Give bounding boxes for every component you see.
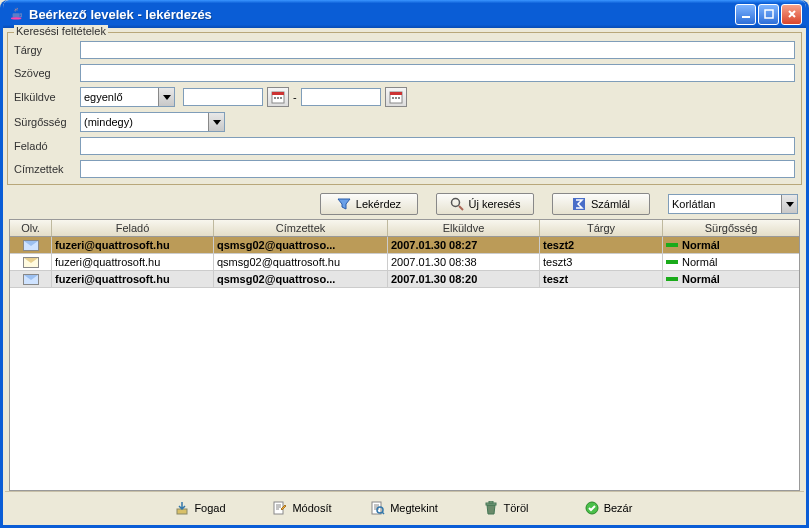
calendar-icon bbox=[389, 90, 403, 104]
maximize-button[interactable] bbox=[758, 4, 779, 25]
window-buttons bbox=[735, 4, 802, 25]
input-cimzettek[interactable] bbox=[80, 160, 795, 178]
bezar-button[interactable]: Bezár bbox=[564, 501, 654, 515]
svg-rect-11 bbox=[392, 97, 394, 99]
cell-cimzettek: qsmsg02@quattrosoft.hu bbox=[214, 254, 388, 270]
szamlal-button[interactable]: Számlál bbox=[552, 193, 650, 215]
label-targy: Tárgy bbox=[14, 44, 80, 56]
label-szoveg: Szöveg bbox=[14, 67, 80, 79]
window-title: Beérkező levelek - lekérdezés bbox=[29, 7, 735, 22]
envelope-closed-icon bbox=[23, 274, 39, 285]
svg-rect-21 bbox=[489, 501, 493, 503]
svg-rect-10 bbox=[390, 92, 402, 95]
chevron-down-icon bbox=[781, 195, 797, 213]
trash-icon bbox=[484, 501, 498, 515]
surgosseg-combo[interactable]: (mindegy) bbox=[80, 112, 225, 132]
svg-point-1 bbox=[11, 17, 22, 19]
envelope-closed-icon bbox=[23, 240, 39, 251]
svg-rect-6 bbox=[274, 97, 276, 99]
fieldset-legend: Keresési feltételek bbox=[14, 25, 108, 37]
limit-combo[interactable]: Korlátlan bbox=[668, 194, 798, 214]
input-targy[interactable] bbox=[80, 41, 795, 59]
calendar1-button[interactable] bbox=[267, 87, 289, 107]
limit-value: Korlátlan bbox=[672, 198, 715, 210]
sigma-icon bbox=[572, 197, 586, 211]
lekerdez-button[interactable]: Lekérdez bbox=[320, 193, 418, 215]
cell-olv bbox=[10, 237, 52, 253]
date-separator: - bbox=[293, 91, 297, 103]
compare-combo[interactable]: egyenlő bbox=[80, 87, 175, 107]
table-row[interactable]: fuzeri@quattrosoft.hu qsmsg02@quattrosof… bbox=[10, 254, 799, 271]
priority-normal-icon bbox=[666, 260, 678, 264]
table-row[interactable]: fuzeri@quattrosoft.hu qsmsg02@quattroso.… bbox=[10, 237, 799, 254]
col-cimzettek[interactable]: Címzettek bbox=[214, 220, 388, 237]
main-window: Beérkező levelek - lekérdezés Keresési f… bbox=[0, 0, 809, 528]
search-fieldset: Keresési feltételek Tárgy Szöveg Elküldv… bbox=[7, 32, 802, 185]
middle-toolbar: Lekérdez Új keresés Számlál Korlátlan bbox=[5, 187, 804, 219]
cell-felado: fuzeri@quattrosoft.hu bbox=[52, 237, 214, 253]
svg-rect-2 bbox=[742, 16, 750, 18]
cell-felado: fuzeri@quattrosoft.hu bbox=[52, 254, 214, 270]
fogad-button[interactable]: Fogad bbox=[156, 501, 246, 515]
receive-icon bbox=[175, 501, 189, 515]
cell-elkuldve: 2007.01.30 08:38 bbox=[388, 254, 540, 270]
cell-olv bbox=[10, 254, 52, 270]
svg-rect-18 bbox=[372, 502, 381, 514]
svg-rect-13 bbox=[398, 97, 400, 99]
label-cimzettek: Címzettek bbox=[14, 163, 80, 175]
chevron-down-icon bbox=[158, 88, 174, 106]
date2-input[interactable] bbox=[301, 88, 381, 106]
svg-rect-3 bbox=[765, 10, 773, 18]
titlebar[interactable]: Beérkező levelek - lekérdezés bbox=[3, 0, 806, 28]
cell-surg: Normál bbox=[663, 254, 799, 270]
label-elkuldve: Elküldve bbox=[14, 91, 80, 103]
modosit-button[interactable]: Módosít bbox=[258, 501, 348, 515]
envelope-open-icon bbox=[23, 257, 39, 268]
col-targy[interactable]: Tárgy bbox=[540, 220, 663, 237]
megtekint-button[interactable]: Megtekint bbox=[360, 501, 450, 515]
java-icon bbox=[9, 6, 25, 22]
close-button[interactable] bbox=[781, 4, 802, 25]
surgosseg-value: (mindegy) bbox=[84, 116, 133, 128]
priority-normal-icon bbox=[666, 243, 678, 247]
cell-elkuldve: 2007.01.30 08:27 bbox=[388, 237, 540, 253]
date1-input[interactable] bbox=[183, 88, 263, 106]
col-felado[interactable]: Feladó bbox=[52, 220, 214, 237]
svg-rect-7 bbox=[277, 97, 279, 99]
label-surgosseg: Sürgősség bbox=[14, 116, 80, 128]
svg-rect-12 bbox=[395, 97, 397, 99]
cell-surg: Normál bbox=[663, 237, 799, 253]
bottom-toolbar: Fogad Módosít Megtekint Töröl Bezár bbox=[5, 491, 804, 523]
filter-icon bbox=[337, 197, 351, 211]
cell-targy: teszt3 bbox=[540, 254, 663, 270]
results-table: Olv. Feladó Címzettek Elküldve Tárgy Sür… bbox=[9, 219, 800, 491]
svg-rect-5 bbox=[272, 92, 284, 95]
chevron-down-icon bbox=[208, 113, 224, 131]
ok-icon bbox=[585, 501, 599, 515]
torol-button[interactable]: Töröl bbox=[462, 501, 552, 515]
cell-felado: fuzeri@quattrosoft.hu bbox=[52, 271, 214, 287]
edit-icon bbox=[273, 501, 287, 515]
input-szoveg[interactable] bbox=[80, 64, 795, 82]
cell-elkuldve: 2007.01.30 08:20 bbox=[388, 271, 540, 287]
cell-cimzettek: qsmsg02@quattroso... bbox=[214, 271, 388, 287]
minimize-button[interactable] bbox=[735, 4, 756, 25]
cell-cimzettek: qsmsg02@quattroso... bbox=[214, 237, 388, 253]
table-row[interactable]: fuzeri@quattrosoft.hu qsmsg02@quattroso.… bbox=[10, 271, 799, 288]
ujkereses-button[interactable]: Új keresés bbox=[436, 193, 534, 215]
col-surgosseg[interactable]: Sürgősség bbox=[663, 220, 799, 237]
content-area: Keresési feltételek Tárgy Szöveg Elküldv… bbox=[3, 28, 806, 525]
cell-olv bbox=[10, 271, 52, 287]
label-felado: Feladó bbox=[14, 140, 80, 152]
col-olv[interactable]: Olv. bbox=[10, 220, 52, 237]
input-felado[interactable] bbox=[80, 137, 795, 155]
col-elkuldve[interactable]: Elküldve bbox=[388, 220, 540, 237]
calendar-icon bbox=[271, 90, 285, 104]
cell-targy: teszt bbox=[540, 271, 663, 287]
calendar2-button[interactable] bbox=[385, 87, 407, 107]
compare-value: egyenlő bbox=[84, 91, 123, 103]
svg-rect-0 bbox=[13, 13, 20, 17]
view-icon bbox=[371, 501, 385, 515]
cell-surg: Normál bbox=[663, 271, 799, 287]
cell-targy: teszt2 bbox=[540, 237, 663, 253]
